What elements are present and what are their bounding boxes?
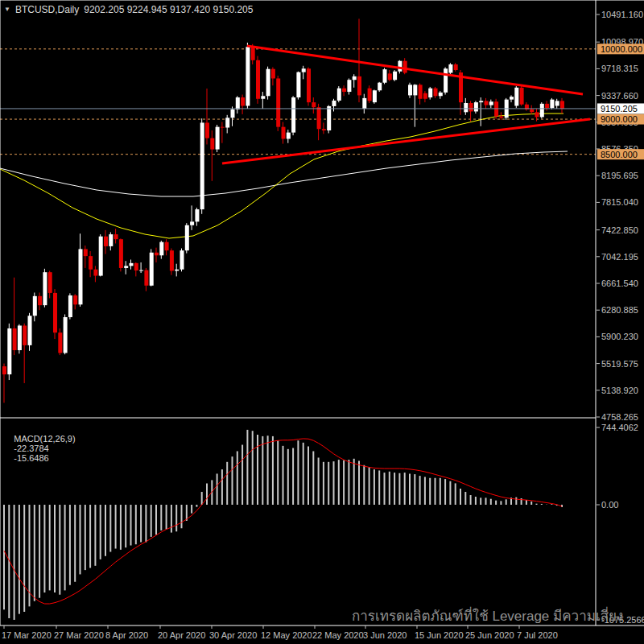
candle-bull [413,85,417,95]
trading-chart-window: 10491.16010098.9709718.3159337.6608957.0… [0,0,644,644]
symbol-marker-icon[interactable]: ▼ [4,5,10,14]
candle-bull [337,89,341,101]
candle-bear [282,127,286,139]
macd-signal-value: -15.6486 [14,453,48,463]
candle-bull [28,316,32,345]
candle-bear [119,239,123,268]
candle-bull [130,263,134,266]
candle-bear [560,101,564,109]
candle-bull [236,97,240,109]
candle-bull [68,295,72,317]
date-axis-label: 7 Jul 2020 [517,630,558,640]
candle-bull [540,104,544,118]
candle-bull [444,68,448,93]
candle-bull [302,68,306,72]
candle-bear [155,253,159,255]
macd-axis-label: 0.00 [601,500,618,510]
candle-bull [7,328,11,374]
candle-bull [246,47,250,105]
chart-canvas[interactable]: 10491.16010098.9709718.3159337.6608957.0… [0,0,644,644]
price-axis-label: 6661.540 [601,279,638,288]
candle-bull [195,209,199,221]
candle-bear [499,117,503,118]
price-axis-label: 7042.195 [601,252,638,262]
candle-bull [362,98,366,109]
candle-bull [327,106,331,130]
candle-bull [64,317,68,353]
candle-bull [139,270,143,271]
candle-bear [322,129,326,130]
candle-bear [205,122,209,138]
candle-bull [378,83,382,91]
candle-bull [225,118,229,127]
candle-bull [261,96,265,98]
candle-bull [231,109,235,118]
price-axis-label: 5138.920 [601,386,638,395]
candle-bear [368,89,372,101]
candle-bull [479,101,483,102]
candle-bear [342,89,346,92]
date-axis-label: 30 Apr 2020 [209,630,257,640]
price-axis-label: 5900.230 [601,332,638,341]
candle-bull [464,103,468,112]
candle-bull [489,101,493,105]
candle-bear [104,237,108,246]
candle-bear [48,272,52,293]
candle-bull [190,221,194,225]
candle-bull [99,237,103,276]
candle-bear [535,112,539,117]
candle-bear [485,101,489,105]
risk-warning-watermark: การเทรดผลิตภัณฑ์ที่ใช้ Leverage มีความเส… [352,605,623,626]
candle-bear [84,249,88,256]
macd-indicator-label: MACD(12,26,9) -22.3784 -15.6486 [4,424,76,473]
candle-bear [53,293,57,332]
candle-bear [530,109,534,112]
candle-bull [159,242,163,256]
candle-bear [89,256,93,270]
symbol-info-bar: ▼ BTCUSD,Daily 9202.205 9224.945 9137.42… [4,4,253,15]
candle-bull [373,90,377,102]
current-price-label: 9150.205 [601,104,638,114]
candle-bull [185,225,189,250]
date-axis-label: 3 Jun 2020 [363,630,407,640]
candle-bear [520,88,524,105]
candle-bull [18,325,22,350]
candle-bear [388,73,392,80]
candle-bear [73,295,77,304]
candle-bear [165,242,169,250]
candle-bear [469,103,473,111]
candle-bull [474,102,478,111]
candle-bull [109,234,113,246]
price-axis-label: 10491.160 [601,10,643,19]
candle-bull [353,76,357,80]
candle-bull [287,133,291,139]
date-axis-label: 25 Jun 2020 [465,630,514,640]
candle-bull [428,89,432,97]
candle-bear [38,296,42,305]
date-axis-label: 20 Apr 2020 [158,630,205,640]
candle-bear [434,89,438,97]
candle-bear [93,270,97,276]
candle-bear [114,234,118,239]
date-axis-label: 15 Jun 2020 [415,630,464,640]
price-axis-label: 8195.695 [601,171,638,180]
date-axis-label: 27 Mar 2020 [54,630,104,640]
candle-bull [408,85,412,95]
candle-bull [383,69,387,83]
ohlc-readout: 9202.205 9224.945 9137.420 9150.205 [84,4,253,15]
macd-name: MACD(12,26,9) [14,434,75,444]
level-label: 10000.000 [601,44,642,54]
candle-bull [448,64,452,72]
price-axis-label: 6280.885 [601,305,638,315]
candle-bear [545,104,549,108]
price-axis-label: 5519.575 [601,359,638,369]
candle-bull [33,296,37,316]
candle-bear [271,69,275,79]
candle-bear [170,250,174,270]
candle-bull [150,253,154,286]
macd-main-value: -22.3784 [14,444,48,453]
candle-bear [210,138,214,150]
candle-bear [357,76,361,96]
candle-bull [510,97,514,99]
symbol-timeframe-label: BTCUSD,Daily [15,4,79,15]
